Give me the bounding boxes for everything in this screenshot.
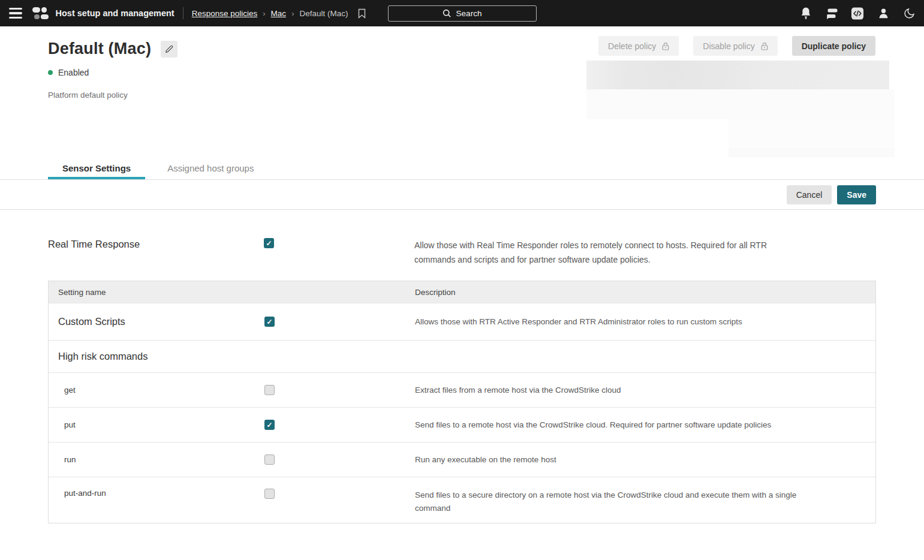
- user-icon[interactable]: [877, 7, 890, 20]
- lock-icon: [662, 42, 669, 50]
- setting-name: Custom Scripts: [49, 316, 264, 327]
- setting-name: get: [49, 386, 264, 395]
- setting-description: Send files to a secure directory on a re…: [415, 489, 811, 515]
- delete-policy-label: Delete policy: [608, 41, 656, 51]
- search-placeholder: Search: [456, 9, 482, 18]
- moon-icon[interactable]: [902, 7, 916, 20]
- rtr-description: Allow those with Real Time Responder rol…: [414, 238, 809, 267]
- tab-assigned-host-groups[interactable]: Assigned host groups: [153, 157, 268, 179]
- disable-policy-label: Disable policy: [703, 41, 754, 51]
- column-header-description: Description: [415, 288, 875, 297]
- page-title: Default (Mac): [48, 40, 151, 58]
- checkbox-put[interactable]: [264, 420, 275, 430]
- breadcrumb-current: Default (Mac): [299, 9, 348, 18]
- delete-policy-button[interactable]: Delete policy: [598, 36, 679, 56]
- save-button[interactable]: Save: [837, 185, 876, 204]
- apps-logo-icon[interactable]: [32, 7, 49, 19]
- page-head: Default (Mac) Enabled Platform default p…: [0, 26, 924, 157]
- breadcrumb: Response policies › Mac › Default (Mac): [192, 8, 366, 19]
- sensor-settings-panel: Real Time Response Allow those with Real…: [0, 238, 924, 523]
- setting-description: Allows those with RTR Active Responder a…: [415, 315, 811, 329]
- setting-description: Extract files from a remote host via the…: [415, 384, 811, 397]
- rtr-label: Real Time Response: [48, 238, 264, 250]
- section-title: High risk commands: [49, 351, 875, 362]
- rtr-setting-row: Real Time Response Allow those with Real…: [48, 238, 876, 267]
- tab-sensor-settings[interactable]: Sensor Settings: [48, 157, 145, 179]
- topbar-icons: [799, 7, 924, 20]
- column-header-setting-name: Setting name: [49, 288, 264, 297]
- menu-icon[interactable]: [5, 4, 26, 22]
- table-header-row: Setting name Description: [49, 281, 875, 303]
- search-icon: [443, 9, 452, 18]
- checkbox-put-and-run[interactable]: [264, 489, 275, 499]
- bell-icon[interactable]: [799, 7, 812, 20]
- lock-icon: [761, 42, 768, 50]
- table-row: getExtract files from a remote host via …: [49, 372, 875, 407]
- divider: [183, 7, 183, 19]
- setting-description: Send files to a remote host via the Crow…: [415, 419, 811, 432]
- table-row: runRun any executable on the remote host: [49, 442, 875, 477]
- code-icon[interactable]: [851, 7, 864, 20]
- redacted-policy-metadata: [586, 61, 905, 157]
- setting-name: run: [49, 455, 264, 464]
- rtr-checkbox[interactable]: [264, 238, 274, 248]
- breadcrumb-response-policies[interactable]: Response policies: [192, 9, 258, 18]
- duplicate-policy-button[interactable]: Duplicate policy: [792, 36, 875, 56]
- checkbox-custom-scripts[interactable]: [264, 317, 275, 327]
- action-bar: Cancel Save: [0, 180, 924, 210]
- table-rows: Custom ScriptsAllows those with RTR Acti…: [49, 303, 875, 523]
- search-input[interactable]: Search: [388, 5, 537, 22]
- tab-bar: Sensor Settings Assigned host groups: [0, 157, 924, 180]
- app-title: Host setup and management: [56, 8, 174, 18]
- duplicate-policy-label: Duplicate policy: [802, 41, 866, 51]
- checkbox-get[interactable]: [264, 385, 275, 395]
- chat-icon[interactable]: [825, 7, 838, 20]
- settings-table: Setting name Description Custom ScriptsA…: [48, 281, 876, 523]
- setting-description: Run any executable on the remote host: [415, 453, 811, 466]
- edit-policy-name-button[interactable]: [161, 41, 177, 58]
- section-row: High risk commands: [49, 340, 875, 372]
- chevron-right-icon: ›: [291, 9, 294, 18]
- setting-name: put-and-run: [49, 489, 264, 498]
- setting-name: put: [49, 420, 264, 429]
- table-row: putSend files to a remote host via the C…: [49, 407, 875, 442]
- disable-policy-button[interactable]: Disable policy: [693, 36, 777, 56]
- table-row: Custom ScriptsAllows those with RTR Acti…: [49, 303, 875, 340]
- breadcrumb-mac[interactable]: Mac: [271, 9, 287, 18]
- enabled-status-dot: [48, 70, 53, 75]
- chevron-right-icon: ›: [263, 9, 265, 18]
- cancel-button[interactable]: Cancel: [787, 185, 832, 204]
- checkbox-run[interactable]: [264, 454, 275, 465]
- table-row: put-and-runSend files to a secure direct…: [49, 477, 875, 523]
- status-label: Enabled: [58, 68, 89, 77]
- pencil-icon: [165, 45, 173, 53]
- bookmark-icon[interactable]: [357, 8, 366, 19]
- topbar: Host setup and management Response polic…: [0, 0, 924, 26]
